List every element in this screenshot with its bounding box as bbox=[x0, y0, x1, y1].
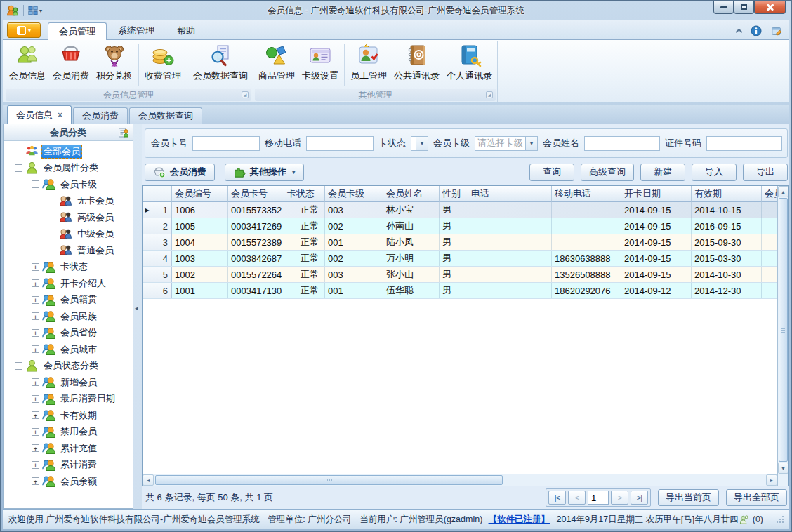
table-row[interactable]: 410030003842687正常002万小明男186306388882014-… bbox=[143, 251, 777, 267]
tree-node-card-validity[interactable]: +卡有效期 bbox=[4, 407, 133, 424]
expand-icon[interactable]: + bbox=[32, 461, 39, 469]
fee-management-button[interactable]: 收费管理 bbox=[141, 41, 185, 88]
table-row[interactable]: 310040015572389正常001陆小凤男2014-09-152015-0… bbox=[143, 234, 777, 251]
column-header-gender[interactable]: 性别 bbox=[440, 186, 468, 202]
tree-node-no-card-member[interactable]: 无卡会员 bbox=[4, 193, 133, 210]
horizontal-scroll-thumb[interactable] bbox=[155, 475, 503, 485]
card-level-settings-button[interactable]: 卡级设置 bbox=[298, 41, 342, 88]
doc-tab-member-data-query[interactable]: 会员数据查询 bbox=[129, 107, 202, 124]
tree-node-last-consume-date[interactable]: +最后消费日期 bbox=[4, 391, 133, 408]
column-header-phone[interactable]: 电话 bbox=[468, 186, 552, 202]
tree-node-mid-member[interactable]: 中级会员 bbox=[4, 226, 133, 243]
expand-icon[interactable]: + bbox=[32, 444, 39, 452]
expand-icon[interactable]: + bbox=[32, 378, 39, 386]
tree-node-high-member[interactable]: 高级会员 bbox=[4, 209, 133, 226]
expand-icon[interactable]: + bbox=[32, 296, 39, 304]
import-button[interactable]: 导入 bbox=[692, 164, 737, 181]
column-header-member-name[interactable]: 会员姓名 bbox=[383, 186, 440, 202]
expand-icon[interactable]: + bbox=[32, 411, 39, 419]
category-settings-icon[interactable] bbox=[118, 127, 129, 138]
tree-node-card-level[interactable]: -会员卡级 bbox=[4, 176, 133, 193]
collapse-icon[interactable]: - bbox=[15, 362, 22, 370]
tree-node-attribute-category[interactable]: -会员属性分类 bbox=[4, 160, 133, 177]
tree-node-total-consume[interactable]: +累计消费 bbox=[4, 457, 133, 474]
first-page-button[interactable]: |< bbox=[548, 491, 566, 505]
column-header-member-no[interactable]: 会员编号 bbox=[172, 186, 228, 202]
expand-icon[interactable]: + bbox=[32, 428, 39, 436]
column-header-card-no[interactable]: 会员卡号 bbox=[228, 186, 284, 202]
vertical-scrollbar[interactable]: ▲ ▼ bbox=[777, 186, 788, 474]
expand-icon[interactable]: + bbox=[32, 312, 39, 320]
tree-node-member-balance[interactable]: +会员余额 bbox=[4, 473, 133, 490]
tree-node-normal-member[interactable]: 普通会员 bbox=[4, 242, 133, 259]
collapse-sidebar-icon[interactable]: ◂ bbox=[135, 305, 138, 312]
sidebar-splitter[interactable]: ◂ bbox=[133, 124, 142, 509]
tree-node-total-recharge[interactable]: +累计充值 bbox=[4, 440, 133, 457]
member-consume-button[interactable]: 会员消费 bbox=[49, 41, 93, 88]
export-all-pages-button[interactable]: 导出全部页 bbox=[726, 489, 787, 506]
expand-icon[interactable]: + bbox=[32, 345, 39, 353]
scroll-right-icon[interactable]: ► bbox=[766, 474, 777, 486]
mobile-phone-input[interactable] bbox=[306, 136, 374, 151]
horizontal-scrollbar[interactable]: ◄ ► bbox=[143, 474, 777, 486]
software-registered-link[interactable]: 【软件已注册】 bbox=[489, 514, 550, 526]
query-button[interactable]: 查询 bbox=[529, 164, 574, 181]
table-row[interactable]: 210050003417269正常002孙南山男2014-09-152016-0… bbox=[143, 218, 777, 234]
next-page-button[interactable]: > bbox=[611, 491, 628, 505]
export-current-page-button[interactable]: 导出当前页 bbox=[658, 489, 719, 506]
vertical-scroll-thumb[interactable] bbox=[779, 198, 788, 462]
tree-node-new-members[interactable]: +新增会员 bbox=[4, 374, 133, 391]
column-header-open-date[interactable]: 开卡日期 bbox=[621, 186, 692, 202]
new-button[interactable]: 新建 bbox=[640, 164, 685, 181]
member-data-query-button[interactable]: 会员数据查询 bbox=[190, 41, 251, 88]
member-card-no-input[interactable] bbox=[192, 136, 260, 151]
dialog-launcher-icon[interactable]: ◢ bbox=[486, 91, 493, 98]
expand-icon[interactable]: + bbox=[32, 477, 39, 485]
close-button[interactable] bbox=[754, 1, 786, 14]
chevron-down-icon[interactable]: ▾ bbox=[525, 137, 537, 150]
member-name-input[interactable] bbox=[584, 136, 660, 151]
tree-node-province[interactable]: +会员省份 bbox=[4, 325, 133, 342]
tree-node-city[interactable]: +会员城市 bbox=[4, 341, 133, 358]
scroll-down-icon[interactable]: ▼ bbox=[778, 463, 788, 474]
member-card-level-select[interactable]: 请选择卡级▾ bbox=[475, 136, 538, 151]
goods-management-button[interactable]: 商品管理 bbox=[255, 41, 298, 88]
other-actions-button[interactable]: 其他操作▾ bbox=[225, 164, 304, 181]
tree-node-disabled-members[interactable]: +禁用会员 bbox=[4, 424, 133, 441]
collapse-ribbon-icon[interactable] bbox=[736, 28, 741, 34]
application-menu-button[interactable]: ▾ bbox=[7, 22, 41, 38]
minimize-button[interactable] bbox=[713, 1, 734, 14]
scroll-up-icon[interactable]: ▲ bbox=[778, 186, 788, 197]
dialog-launcher-icon[interactable]: ◢ bbox=[242, 91, 249, 98]
table-row[interactable]: 610010003417130正常001伍华聪男186202920762014-… bbox=[143, 283, 777, 299]
tab-help[interactable]: 帮助 bbox=[166, 22, 206, 39]
card-status-select[interactable]: ▾ bbox=[411, 136, 428, 151]
close-tab-icon[interactable]: × bbox=[58, 111, 62, 119]
member-info-button[interactable]: 会员信息 bbox=[6, 41, 49, 88]
expand-icon[interactable]: + bbox=[32, 395, 39, 403]
feedback-icon[interactable] bbox=[771, 25, 782, 36]
chevron-down-icon[interactable]: ▾ bbox=[416, 137, 428, 150]
id-number-input[interactable] bbox=[706, 136, 782, 151]
scroll-left-icon[interactable]: ◄ bbox=[143, 474, 154, 486]
resize-grip[interactable] bbox=[777, 516, 784, 523]
tree-node-card-status[interactable]: +卡状态 bbox=[4, 259, 133, 276]
table-row[interactable]: ▶110060015573352正常003林小宝男2014-09-152014-… bbox=[143, 202, 777, 218]
layout-grid-icon[interactable] bbox=[28, 6, 38, 15]
doc-tab-member-info[interactable]: 会员信息× bbox=[7, 105, 72, 124]
points-exchange-button[interactable]: 积分兑换 bbox=[93, 41, 136, 88]
page-number-input[interactable] bbox=[588, 491, 609, 505]
collapse-icon[interactable]: - bbox=[15, 164, 22, 172]
chevron-down-icon[interactable]: ▾ bbox=[39, 8, 42, 14]
table-row[interactable]: 510020015572264正常003张小山男135265088882014-… bbox=[143, 267, 777, 283]
prev-page-button[interactable]: < bbox=[568, 491, 586, 505]
expand-icon[interactable]: + bbox=[32, 263, 39, 271]
tab-system-management[interactable]: 系统管理 bbox=[107, 22, 166, 39]
tree-node-ethnicity[interactable]: +会员民族 bbox=[4, 308, 133, 325]
tree-node-native-place[interactable]: +会员籍贯 bbox=[4, 292, 133, 309]
expand-icon[interactable]: + bbox=[32, 279, 39, 287]
member-consume-action-button[interactable]: 会员消费 bbox=[145, 164, 215, 181]
collapse-icon[interactable]: - bbox=[32, 180, 39, 188]
expand-icon[interactable]: + bbox=[32, 329, 39, 337]
tree-node-card-referrer[interactable]: +开卡介绍人 bbox=[4, 275, 133, 292]
